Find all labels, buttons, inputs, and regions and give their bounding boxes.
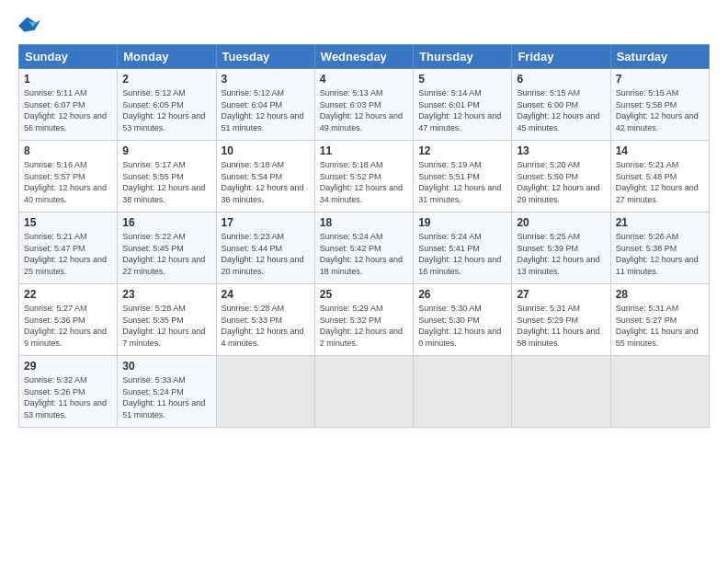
sunrise-label: Sunrise: 5:21 AM: [24, 232, 87, 241]
sunrise-label: Sunrise: 5:30 AM: [418, 304, 482, 313]
day-cell: 23 Sunrise: 5:28 AM Sunset: 5:35 PM Dayl…: [118, 284, 216, 356]
week-row-4: 22 Sunrise: 5:27 AM Sunset: 5:36 PM Dayl…: [19, 284, 710, 356]
day-number: 30: [122, 360, 210, 373]
week-row-3: 15 Sunrise: 5:21 AM Sunset: 5:47 PM Dayl…: [19, 213, 710, 284]
day-number: 5: [418, 73, 506, 86]
day-cell: 1 Sunrise: 5:11 AM Sunset: 6:07 PM Dayli…: [19, 69, 118, 141]
sunrise-label: Sunrise: 5:11 AM: [24, 88, 87, 98]
day-cell: 8 Sunrise: 5:16 AM Sunset: 5:57 PM Dayli…: [19, 141, 118, 213]
day-number: 20: [517, 216, 605, 229]
sunset-label: Sunset: 5:39 PM: [517, 244, 578, 253]
day-number: 26: [418, 288, 506, 301]
day-info: Sunrise: 5:14 AM Sunset: 6:01 PM Dayligh…: [418, 87, 506, 133]
sunset-label: Sunset: 5:51 PM: [418, 172, 480, 181]
day-number: 8: [24, 144, 112, 157]
sunrise-label: Sunrise: 5:28 AM: [122, 304, 186, 313]
day-cell: 22 Sunrise: 5:27 AM Sunset: 5:36 PM Dayl…: [19, 284, 118, 356]
daylight-label: Daylight: 12 hours and 53 minutes.: [122, 111, 205, 132]
sunset-label: Sunset: 5:47 PM: [24, 244, 85, 253]
sunset-label: Sunset: 5:52 PM: [320, 172, 381, 181]
day-cell: 19 Sunrise: 5:24 AM Sunset: 5:41 PM Dayl…: [414, 213, 512, 284]
day-cell: 25 Sunrise: 5:29 AM Sunset: 5:32 PM Dayl…: [314, 284, 413, 356]
day-number: 25: [320, 288, 408, 301]
day-cell: 11 Sunrise: 5:18 AM Sunset: 5:52 PM Dayl…: [314, 141, 413, 213]
sunrise-label: Sunrise: 5:19 AM: [418, 160, 482, 169]
day-cell: [314, 356, 413, 428]
sunset-label: Sunset: 5:58 PM: [616, 100, 677, 109]
week-row-1: 1 Sunrise: 5:11 AM Sunset: 6:07 PM Dayli…: [19, 69, 710, 141]
day-cell: [610, 356, 709, 428]
daylight-label: Daylight: 11 hours and 58 minutes.: [517, 327, 599, 348]
day-cell: 18 Sunrise: 5:24 AM Sunset: 5:42 PM Dayl…: [314, 213, 413, 284]
day-cell: 24 Sunrise: 5:28 AM Sunset: 5:33 PM Dayl…: [216, 284, 314, 356]
sunset-label: Sunset: 5:42 PM: [320, 244, 381, 253]
day-info: Sunrise: 5:21 AM Sunset: 5:47 PM Dayligh…: [24, 231, 112, 277]
day-cell: 29 Sunrise: 5:32 AM Sunset: 5:26 PM Dayl…: [19, 356, 118, 428]
day-number: 18: [320, 216, 408, 229]
day-number: 4: [320, 73, 408, 86]
day-info: Sunrise: 5:18 AM Sunset: 5:54 PM Dayligh…: [222, 159, 310, 205]
day-cell: 13 Sunrise: 5:20 AM Sunset: 5:50 PM Dayl…: [512, 141, 610, 213]
header-thursday: Thursday: [414, 45, 512, 69]
day-cell: 9 Sunrise: 5:17 AM Sunset: 5:55 PM Dayli…: [118, 141, 216, 213]
day-info: Sunrise: 5:23 AM Sunset: 5:44 PM Dayligh…: [222, 231, 310, 277]
sunrise-label: Sunrise: 5:17 AM: [122, 160, 186, 169]
sunrise-label: Sunrise: 5:33 AM: [122, 375, 186, 385]
day-number: 17: [222, 216, 310, 229]
sunset-label: Sunset: 5:41 PM: [418, 244, 480, 253]
sunrise-label: Sunrise: 5:26 AM: [616, 232, 679, 241]
day-info: Sunrise: 5:28 AM Sunset: 5:33 PM Dayligh…: [222, 303, 310, 349]
day-number: 11: [320, 144, 408, 157]
day-number: 15: [24, 216, 112, 229]
day-info: Sunrise: 5:25 AM Sunset: 5:39 PM Dayligh…: [517, 231, 605, 277]
day-number: 21: [616, 216, 704, 229]
day-info: Sunrise: 5:19 AM Sunset: 5:51 PM Dayligh…: [418, 159, 506, 205]
day-cell: 6 Sunrise: 5:15 AM Sunset: 6:00 PM Dayli…: [512, 69, 610, 141]
daylight-label: Daylight: 12 hours and 51 minutes.: [222, 111, 304, 132]
header-sunday: Sunday: [19, 45, 118, 69]
day-info: Sunrise: 5:15 AM Sunset: 6:00 PM Dayligh…: [517, 87, 605, 133]
daylight-label: Daylight: 12 hours and 4 minutes.: [222, 327, 304, 348]
svg-marker-0: [18, 17, 40, 31]
day-cell: 15 Sunrise: 5:21 AM Sunset: 5:47 PM Dayl…: [19, 213, 118, 284]
sunset-label: Sunset: 5:24 PM: [122, 387, 184, 396]
sunrise-label: Sunrise: 5:12 AM: [222, 88, 285, 98]
sunset-label: Sunset: 5:44 PM: [222, 244, 283, 253]
day-cell: 26 Sunrise: 5:30 AM Sunset: 5:30 PM Dayl…: [414, 284, 512, 356]
sunrise-label: Sunrise: 5:24 AM: [418, 232, 482, 241]
sunset-label: Sunset: 5:26 PM: [24, 387, 85, 396]
sunrise-label: Sunrise: 5:14 AM: [418, 88, 482, 98]
sunrise-label: Sunrise: 5:24 AM: [320, 232, 383, 241]
sunrise-label: Sunrise: 5:23 AM: [222, 232, 285, 241]
daylight-label: Daylight: 11 hours and 51 minutes.: [122, 398, 205, 419]
day-cell: 10 Sunrise: 5:18 AM Sunset: 5:54 PM Dayl…: [216, 141, 314, 213]
day-info: Sunrise: 5:24 AM Sunset: 5:41 PM Dayligh…: [418, 231, 506, 277]
day-info: Sunrise: 5:16 AM Sunset: 5:57 PM Dayligh…: [24, 159, 112, 205]
logo: [18, 17, 44, 35]
sunset-label: Sunset: 5:36 PM: [24, 316, 85, 325]
sunset-label: Sunset: 6:03 PM: [320, 100, 381, 109]
day-cell: 30 Sunrise: 5:33 AM Sunset: 5:24 PM Dayl…: [118, 356, 216, 428]
calendar-table: SundayMondayTuesdayWednesdayThursdayFrid…: [18, 44, 710, 428]
daylight-label: Daylight: 12 hours and 2 minutes.: [320, 327, 403, 348]
sunset-label: Sunset: 6:01 PM: [418, 100, 480, 109]
daylight-label: Daylight: 12 hours and 25 minutes.: [24, 255, 107, 276]
day-number: 13: [517, 144, 605, 157]
day-number: 9: [122, 144, 210, 157]
week-row-2: 8 Sunrise: 5:16 AM Sunset: 5:57 PM Dayli…: [19, 141, 710, 213]
day-cell: [512, 356, 610, 428]
daylight-label: Daylight: 12 hours and 7 minutes.: [122, 327, 205, 348]
day-number: 1: [24, 73, 112, 86]
day-number: 2: [122, 73, 210, 86]
day-number: 28: [616, 288, 704, 301]
daylight-label: Daylight: 12 hours and 36 minutes.: [222, 183, 304, 204]
day-number: 24: [222, 288, 310, 301]
day-number: 22: [24, 288, 112, 301]
sunset-label: Sunset: 5:30 PM: [418, 316, 480, 325]
day-info: Sunrise: 5:17 AM Sunset: 5:55 PM Dayligh…: [122, 159, 210, 205]
day-info: Sunrise: 5:28 AM Sunset: 5:35 PM Dayligh…: [122, 303, 210, 349]
daylight-label: Daylight: 12 hours and 16 minutes.: [418, 255, 501, 276]
sunset-label: Sunset: 5:29 PM: [517, 316, 578, 325]
day-info: Sunrise: 5:24 AM Sunset: 5:42 PM Dayligh…: [320, 231, 408, 277]
sunset-label: Sunset: 5:57 PM: [24, 172, 85, 181]
